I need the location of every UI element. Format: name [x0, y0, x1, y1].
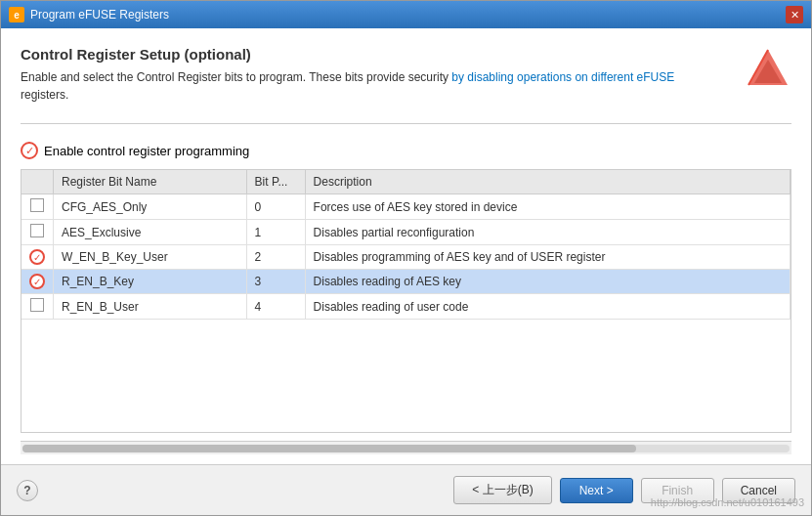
row-bit-position: 4 — [246, 294, 305, 320]
check-mark: ✓ — [33, 277, 41, 287]
table-body: CFG_AES_Only0Forces use of AES key store… — [21, 194, 791, 320]
watermark: http://blog.csdn.net/u010161493 — [651, 496, 804, 508]
app-icon: e — [9, 7, 24, 22]
col-header-checkbox — [21, 170, 54, 194]
desc-highlight: by disabling operations on different eFU… — [451, 70, 674, 84]
row-bit-position: 1 — [246, 220, 305, 245]
register-table: Register Bit Name Bit P... Description C… — [21, 170, 791, 320]
table-row[interactable]: ✓R_EN_B_Key3Disables reading of AES key — [21, 270, 791, 294]
help-button[interactable]: ? — [17, 480, 38, 501]
row-register-name: R_EN_B_Key — [54, 270, 247, 294]
divider — [21, 123, 791, 124]
scrollbar-thumb — [22, 445, 636, 452]
header-text: Control Register Setup (optional) Enable… — [21, 46, 705, 104]
row-description: Forces use of AES key stored in device — [305, 194, 790, 220]
col-header-bit: Bit P... — [246, 170, 305, 194]
xilinx-logo — [745, 46, 791, 93]
table-row[interactable]: CFG_AES_Only0Forces use of AES key store… — [21, 194, 791, 220]
row-checkbox-cell[interactable] — [21, 220, 54, 245]
checkbox-box[interactable] — [30, 224, 44, 237]
logo-area — [745, 46, 791, 96]
row-bit-position: 3 — [246, 270, 305, 294]
col-header-name: Register Bit Name — [54, 170, 247, 194]
checkbox-box[interactable] — [30, 198, 44, 212]
row-register-name: AES_Exclusive — [54, 220, 247, 245]
row-description: Disables reading of user code — [305, 294, 790, 320]
row-bit-position: 0 — [246, 194, 305, 220]
register-table-container: Register Bit Name Bit P... Description C… — [21, 169, 791, 433]
row-description: Disables reading of AES key — [305, 270, 790, 294]
row-register-name: R_EN_B_User — [54, 294, 247, 320]
window-title: Program eFUSE Registers — [30, 8, 169, 22]
close-button[interactable]: ✕ — [786, 6, 803, 23]
row-description: Disables programming of AES key and of U… — [305, 245, 790, 270]
footer-left: ? — [17, 480, 38, 501]
section-title: Control Register Setup (optional) — [21, 46, 705, 63]
circled-checkbox[interactable]: ✓ — [29, 249, 45, 265]
table-row[interactable]: R_EN_B_User4Disables reading of user cod… — [21, 294, 791, 320]
main-area: Control Register Setup (optional) Enable… — [1, 28, 811, 464]
enable-checkbox-circle[interactable]: ✓ — [21, 142, 38, 159]
scrollbar-track[interactable] — [22, 445, 790, 452]
checkbox-box[interactable] — [30, 298, 44, 312]
row-checkbox-cell[interactable]: ✓ — [21, 245, 54, 270]
row-register-name: W_EN_B_Key_User — [54, 245, 247, 270]
row-checkbox-cell[interactable]: ✓ — [21, 270, 54, 294]
check-mark: ✓ — [33, 252, 41, 263]
next-button[interactable]: Next > — [560, 478, 633, 503]
header-row: Control Register Setup (optional) Enable… — [21, 46, 791, 104]
desc-text-2: registers. — [21, 88, 68, 102]
horizontal-scrollbar[interactable] — [21, 441, 791, 454]
table-header: Register Bit Name Bit P... Description — [21, 170, 791, 194]
row-checkbox-cell[interactable] — [21, 294, 54, 320]
table-row[interactable]: AES_Exclusive1Disables partial reconfigu… — [21, 220, 791, 245]
titlebar-left: e Program eFUSE Registers — [9, 7, 169, 22]
main-window: e Program eFUSE Registers ✕ Control Regi… — [0, 0, 812, 516]
content-area: Control Register Setup (optional) Enable… — [1, 28, 811, 515]
back-button[interactable]: < 上一步(B) — [453, 476, 551, 504]
col-header-desc: Description — [305, 170, 790, 194]
enable-checkbox-label: Enable control register programming — [44, 144, 249, 158]
desc-text-1: Enable and select the Control Register b… — [21, 70, 451, 84]
row-checkbox-cell[interactable] — [21, 194, 54, 220]
section-desc: Enable and select the Control Register b… — [21, 68, 705, 104]
titlebar: e Program eFUSE Registers ✕ — [1, 1, 811, 28]
circled-checkbox[interactable]: ✓ — [29, 274, 45, 289]
row-description: Disables partial reconfiguration — [305, 220, 790, 245]
enable-check-mark: ✓ — [25, 145, 34, 157]
enable-checkbox-group[interactable]: ✓ Enable control register programming — [21, 142, 791, 159]
row-bit-position: 2 — [246, 245, 305, 270]
table-row[interactable]: ✓W_EN_B_Key_User2Disables programming of… — [21, 245, 791, 270]
row-register-name: CFG_AES_Only — [54, 194, 247, 220]
